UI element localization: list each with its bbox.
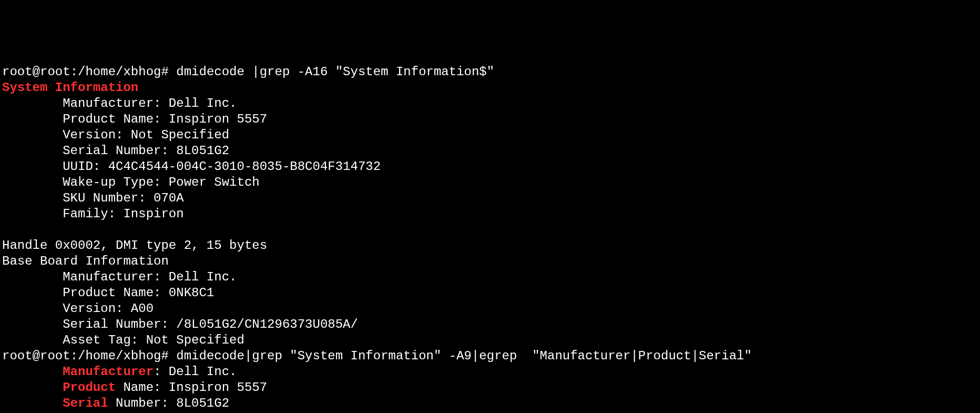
label: Wake-up Type:	[2, 175, 169, 189]
indent	[2, 396, 63, 410]
label: Product Name:	[2, 286, 169, 300]
label: UUID:	[2, 159, 108, 174]
value: Inspiron	[123, 207, 183, 221]
sys-product-line: Product Name: Inspiron 5557	[2, 112, 267, 126]
label: Version:	[2, 301, 131, 316]
value: Dell Inc.	[169, 96, 237, 110]
prompt-user: root@root	[2, 65, 70, 79]
label: Version:	[2, 128, 131, 142]
prompt-path: :/home/xbhog#	[70, 349, 177, 363]
prompt-line-2: root@root:/home/xbhog# dmidecode|grep "S…	[2, 349, 752, 363]
command-text: dmidecode|grep "System Information" -A9|…	[176, 349, 752, 363]
sys-manufacturer-line: Manufacturer: Dell Inc.	[2, 96, 237, 110]
rest-text: Name: Inspiron 5557	[116, 380, 267, 395]
label: Serial Number:	[2, 317, 176, 331]
prompt-path: :/home/xbhog#	[70, 65, 177, 79]
bb-asset-line: Asset Tag: Not Specified	[2, 333, 244, 347]
match-text: Product	[63, 380, 116, 395]
value: 8L051G2	[176, 144, 229, 158]
output-product-line: Product Name: Inspiron 5557	[2, 380, 267, 395]
sys-wakeup-line: Wake-up Type: Power Switch	[2, 175, 260, 189]
baseboard-header: Base Board Information	[2, 254, 169, 268]
indent	[2, 380, 63, 395]
sys-uuid-line: UUID: 4C4C4544-004C-3010-8035-B8C04F3147…	[2, 159, 381, 174]
label: SKU Number:	[2, 191, 154, 205]
label: Product Name:	[2, 112, 169, 126]
bb-version-line: Version: A00	[2, 301, 154, 316]
value: 070A	[154, 191, 184, 205]
rest-text: Number: 8L051G2	[108, 396, 229, 410]
value: Inspiron 5557	[169, 112, 267, 126]
indent	[2, 365, 63, 379]
handle-line: Handle 0x0002, DMI type 2, 15 bytes	[2, 238, 267, 253]
output-serial-line: Serial Number: 8L051G2	[2, 396, 229, 410]
label: Serial Number:	[2, 144, 176, 158]
value: Not Specified	[131, 128, 229, 142]
sys-family-line: Family: Inspiron	[2, 207, 184, 221]
sys-serial-line: Serial Number: 8L051G2	[2, 144, 229, 158]
prompt-line-1: root@root:/home/xbhog# dmidecode |grep -…	[2, 65, 494, 79]
command-text: dmidecode |grep -A16 "System Information…	[176, 65, 494, 79]
system-information-header: System Information	[2, 80, 138, 95]
bb-product-line: Product Name: 0NK8C1	[2, 286, 214, 300]
value: Dell Inc.	[169, 270, 237, 284]
match-text: Manufacturer	[63, 365, 154, 379]
sys-version-line: Version: Not Specified	[2, 128, 229, 142]
value: A00	[131, 301, 154, 316]
rest-text: : Dell Inc.	[154, 365, 237, 379]
output-manufacturer-line: Manufacturer: Dell Inc.	[2, 365, 237, 379]
match-text: Serial	[63, 396, 108, 410]
label: Manufacturer:	[2, 270, 169, 284]
terminal-window[interactable]: root@root:/home/xbhog# dmidecode |grep -…	[0, 63, 980, 412]
prompt-user: root@root	[2, 349, 70, 363]
label: Manufacturer:	[2, 96, 169, 110]
bb-serial-line: Serial Number: /8L051G2/CN1296373U085A/	[2, 317, 358, 331]
label: Asset Tag:	[2, 333, 146, 347]
value: /8L051G2/CN1296373U085A/	[176, 317, 358, 331]
value: Power Switch	[169, 175, 260, 189]
value: Not Specified	[146, 333, 244, 347]
label: Family:	[2, 207, 123, 221]
value: 0NK8C1	[169, 286, 214, 300]
bb-manufacturer-line: Manufacturer: Dell Inc.	[2, 270, 237, 284]
value: 4C4C4544-004C-3010-8035-B8C04F314732	[108, 159, 381, 174]
sys-sku-line: SKU Number: 070A	[2, 191, 184, 205]
